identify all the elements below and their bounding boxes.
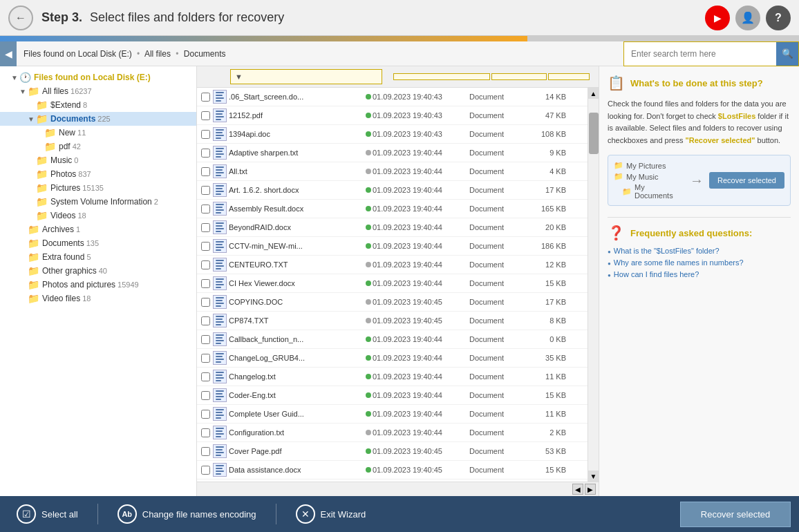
checkbox[interactable] xyxy=(201,316,210,325)
back-button[interactable]: ← xyxy=(8,6,33,30)
file-checkbox[interactable] xyxy=(198,242,212,251)
checkbox[interactable] xyxy=(201,93,210,102)
sidebar-item-photos-pictures[interactable]: 📁 Photos and pictures 15949 xyxy=(0,278,196,292)
divider xyxy=(608,217,791,218)
checkbox[interactable] xyxy=(201,428,210,437)
file-checkbox[interactable] xyxy=(198,466,212,475)
expand-icon[interactable]: ▼ xyxy=(11,74,19,82)
file-type: Document xyxy=(469,93,525,101)
faq-item-2[interactable]: ● Why are some file names in numbers? xyxy=(608,258,791,267)
file-checkbox[interactable] xyxy=(198,428,212,437)
scroll-right[interactable]: ▶ xyxy=(585,484,596,495)
file-checkbox[interactable] xyxy=(198,335,212,344)
checkbox[interactable] xyxy=(201,167,210,176)
sidebar-item-documents2[interactable]: 📁 Documents 135 xyxy=(0,236,196,250)
scroll-up[interactable]: ▲ xyxy=(588,88,599,99)
expand-icon[interactable]: ▼ xyxy=(28,115,36,123)
file-checkbox[interactable] xyxy=(198,354,212,363)
exit-wizard-button[interactable]: ✕ Exit Wizard xyxy=(288,499,375,529)
file-area: ▼ .06_Start_screen.do... xyxy=(197,66,599,496)
change-encoding-button[interactable]: Ab Change file names encoding xyxy=(109,499,265,529)
checkbox[interactable] xyxy=(201,298,210,307)
file-name: Changelog.txt xyxy=(229,372,364,381)
file-checkbox[interactable] xyxy=(198,298,212,307)
scroll-down[interactable]: ▼ xyxy=(588,471,599,482)
scroll-thumb[interactable] xyxy=(589,113,599,154)
file-checkbox[interactable] xyxy=(198,260,212,269)
checkbox[interactable] xyxy=(201,410,210,419)
user-icon[interactable]: 👤 xyxy=(735,6,760,30)
file-checkbox[interactable] xyxy=(198,93,212,102)
file-checkbox[interactable] xyxy=(198,167,212,176)
sidebar-item-photos[interactable]: 📁 Photos 837 xyxy=(0,167,196,181)
col-header-name[interactable]: ▼ xyxy=(230,69,382,84)
sidebar-item-video-files[interactable]: 📁 Video files 18 xyxy=(0,292,196,305)
col-header-date[interactable] xyxy=(393,73,490,80)
checkbox[interactable] xyxy=(201,260,210,269)
checkbox[interactable] xyxy=(201,447,210,456)
doc-thumb xyxy=(213,351,227,365)
sidebar-item-system-volume[interactable]: 📁 System Volume Information 2 xyxy=(0,195,196,209)
file-name: CP874.TXT xyxy=(229,316,364,325)
youtube-icon[interactable]: ▶ xyxy=(705,6,730,30)
select-all-button[interactable]: ☑ Select all xyxy=(8,499,86,529)
checkbox[interactable] xyxy=(201,223,210,232)
sidebar-item-root[interactable]: ▼ 🕐 Files found on Local Disk (E:) xyxy=(0,70,196,84)
sidebar-item-archives[interactable]: 📁 Archives 1 xyxy=(0,222,196,236)
col-header-size[interactable] xyxy=(548,73,590,80)
col-header-type[interactable] xyxy=(491,73,547,80)
file-type: Document xyxy=(469,298,525,306)
scrollbar[interactable]: ▲ ▼ xyxy=(588,88,599,482)
status-dot xyxy=(366,448,371,454)
file-checkbox[interactable] xyxy=(198,410,212,419)
file-checkbox[interactable] xyxy=(198,372,212,381)
sidebar-item-videos[interactable]: 📁 Videos 18 xyxy=(0,209,196,222)
sidebar-item-all-files[interactable]: ▼ 📁 All files 16237 xyxy=(0,84,196,98)
scroll-left[interactable]: ◀ xyxy=(572,484,583,495)
file-name: Complete User Guid... xyxy=(229,410,364,418)
checkbox[interactable] xyxy=(201,130,210,139)
scroll-track[interactable] xyxy=(588,99,599,471)
file-checkbox[interactable] xyxy=(198,223,212,232)
help-icon[interactable]: ? xyxy=(766,6,791,30)
sidebar-item-documents[interactable]: ▼ 📁 Documents 225 xyxy=(0,112,196,126)
expand-icon[interactable]: ▼ xyxy=(19,88,28,95)
recover-demo-button[interactable]: Recover selected xyxy=(709,172,784,189)
faq-item-3[interactable]: ● How can I find files here? xyxy=(608,270,791,278)
search-button[interactable]: 🔍 xyxy=(776,42,798,66)
sidebar-item-new[interactable]: 📁 New 11 xyxy=(0,126,196,140)
sidebar-item-other-graphics[interactable]: 📁 Other graphics 40 xyxy=(0,264,196,278)
breadcrumb-toggle[interactable]: ◀ xyxy=(0,41,17,66)
checkbox[interactable] xyxy=(201,354,210,363)
file-checkbox[interactable] xyxy=(198,316,212,325)
file-checkbox[interactable] xyxy=(198,205,212,213)
checkbox[interactable] xyxy=(201,466,210,475)
checkbox[interactable] xyxy=(201,205,210,213)
checkbox[interactable] xyxy=(201,391,210,400)
sidebar-item-extra-found[interactable]: 📁 Extra found 5 xyxy=(0,250,196,264)
faq-item-1[interactable]: ● What is the "$LostFiles" folder? xyxy=(608,247,791,255)
file-checkbox[interactable] xyxy=(198,111,212,120)
file-checkbox[interactable] xyxy=(198,391,212,400)
table-row: Assembly Result.docx 01.09.2023 19:40:44… xyxy=(197,200,588,218)
file-checkbox[interactable] xyxy=(198,130,212,139)
sidebar-item-extend[interactable]: 📁 $Extend 8 xyxy=(0,98,196,112)
checkbox[interactable] xyxy=(201,279,210,288)
checkbox[interactable] xyxy=(201,372,210,381)
checkbox[interactable] xyxy=(201,335,210,344)
checkbox[interactable] xyxy=(201,149,210,158)
file-checkbox[interactable] xyxy=(198,447,212,456)
search-input[interactable] xyxy=(624,42,776,66)
sidebar-item-music[interactable]: 📁 Music 0 xyxy=(0,153,196,167)
recover-selected-button[interactable]: Recover selected xyxy=(680,502,791,527)
file-checkbox[interactable] xyxy=(198,149,212,158)
sidebar-item-pdf[interactable]: 📁 pdf 42 xyxy=(0,140,196,153)
sidebar-item-pictures[interactable]: 📁 Pictures 15135 xyxy=(0,181,196,195)
checkbox[interactable] xyxy=(201,242,210,251)
checkbox[interactable] xyxy=(201,186,210,195)
file-checkbox[interactable] xyxy=(198,279,212,288)
file-checkbox[interactable] xyxy=(198,186,212,195)
checkbox[interactable] xyxy=(201,111,210,120)
status-dot xyxy=(366,94,371,99)
file-date: 01.09.2023 19:40:44 xyxy=(373,354,469,362)
